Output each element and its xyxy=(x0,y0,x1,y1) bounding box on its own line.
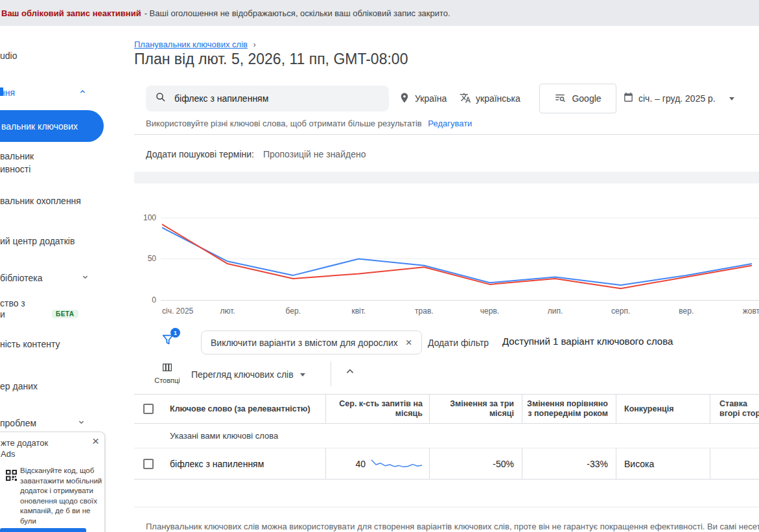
qr-code-icon xyxy=(6,470,17,483)
header-cell-top-of-page-bid[interactable]: Ставка вгорі стор xyxy=(710,395,759,423)
language-selector[interactable]: українська xyxy=(460,86,520,111)
top-of-page-bid-cell xyxy=(710,448,759,479)
breadcrumb-link-keyword-planner[interactable]: Планувальник ключових слів xyxy=(134,40,248,49)
keyword-search-input[interactable] xyxy=(174,93,380,104)
promo-title-line2: Ads xyxy=(1,448,48,459)
chevron-down-icon xyxy=(729,97,734,100)
x-axis-label: лип. xyxy=(530,306,581,316)
filter-chip-label: Виключити варіанти з вмістом для доросли… xyxy=(211,338,398,348)
sidebar-item-keyword-planner-selected[interactable]: вальник ключових xyxy=(0,110,104,142)
sidebar-item-troubleshooting[interactable]: проблем xyxy=(0,417,36,430)
sidebar-item-reach-planner[interactable]: вальник охоплення xyxy=(0,194,81,207)
keywords-table: Ключове слово (за релевантністю) Сер. к-… xyxy=(134,394,759,480)
sidebar-item-studio[interactable]: udio xyxy=(0,49,17,62)
x-axis-label: квіт. xyxy=(333,306,384,316)
columns-icon xyxy=(161,362,173,373)
network-selector[interactable]: Google xyxy=(539,84,616,113)
select-all-checkbox[interactable] xyxy=(143,404,154,414)
y-axis-label: 50 xyxy=(134,254,156,263)
search-hint: Використовуйте різні ключові слова, щоб … xyxy=(146,119,472,128)
date-range-selector[interactable]: січ. – груд. 2025 р. xyxy=(623,86,734,111)
location-selector[interactable]: Україна xyxy=(399,86,447,111)
search-icon xyxy=(155,91,167,106)
network-value: Google xyxy=(572,93,601,104)
close-icon[interactable]: × xyxy=(92,435,99,448)
columns-label: Стовпці xyxy=(151,376,183,384)
sidebar-item-data-manager[interactable]: ер даних xyxy=(0,380,38,393)
add-search-terms-row: Додати пошукові терміни: Пропозицій не з… xyxy=(146,149,366,159)
keyword-view-selector[interactable]: Перегляд ключових слів xyxy=(191,367,305,382)
x-axis-labels: січ. 2025лют.бер.квіт.трав.черв.лип.серп… xyxy=(161,306,759,317)
filter-chip-exclude-adult[interactable]: Виключити варіанти з вмістом для доросли… xyxy=(201,330,422,354)
table-row: біфлекс з напиленням 40 -50% -33% Висока xyxy=(134,448,759,480)
header-cell-competition[interactable]: Конкуренція xyxy=(616,395,710,423)
sidebar-section-planning[interactable]: ння xyxy=(0,86,15,99)
translate-icon xyxy=(460,92,471,106)
sidebar-item-label: и xyxy=(0,309,25,320)
avg-monthly-value: 40 xyxy=(355,459,366,469)
divider xyxy=(134,134,759,135)
view-selector-label: Перегляд ключових слів xyxy=(191,369,294,380)
row-cell-select xyxy=(134,448,162,479)
x-axis-label: бер. xyxy=(267,306,319,316)
promo-action-button[interactable] xyxy=(0,528,86,532)
y-axis-label: 100 xyxy=(134,213,156,222)
x-axis-label: серп. xyxy=(595,306,647,316)
sidebar-item-app-center[interactable]: ий центр додатків xyxy=(0,235,75,248)
sidebar-item-label: вальник xyxy=(0,150,34,163)
header-cell-avg-monthly-searches[interactable]: Сер. к-сть запитів на місяць xyxy=(325,395,429,423)
x-axis-label: вер. xyxy=(660,306,712,316)
sidebar-item-label: ство з xyxy=(0,298,25,309)
sidebar-item-performance-planner[interactable]: вальник ивності xyxy=(0,150,34,176)
location-value: Україна xyxy=(415,93,447,104)
sidebar-item-content-suitability[interactable]: ність контенту xyxy=(0,338,60,351)
add-terms-label: Додати пошукові терміни: xyxy=(146,149,254,159)
close-icon[interactable]: × xyxy=(406,337,412,348)
sidebar-item-partnership[interactable]: ство з и xyxy=(0,298,25,320)
y-axis-label: 0 xyxy=(134,295,156,305)
beta-badge: БЕТА xyxy=(52,310,78,318)
search-volume-chart: 100 50 0 січ. 2025лют.бер.квіт.трав.черв… xyxy=(134,183,759,322)
left-navigation: udio ння вальник ключових вальник ивност… xyxy=(0,26,121,532)
promo-title: жте додаток Ads xyxy=(1,437,48,459)
search-network-icon xyxy=(554,92,566,106)
row-checkbox[interactable] xyxy=(143,459,154,469)
competition-cell: Висока xyxy=(616,448,710,479)
keyword-cell: біфлекс з напиленням xyxy=(162,448,325,479)
header-cell-three-month-change[interactable]: Змінення за три місяці xyxy=(429,395,522,423)
yoy-change-cell: -33% xyxy=(522,448,616,479)
sidebar-item-shared-library[interactable]: бібліотека xyxy=(0,272,43,284)
section-separator xyxy=(134,172,759,183)
edit-link[interactable]: Редагувати xyxy=(428,119,472,128)
breadcrumb: Планувальник ключових слів › xyxy=(134,40,256,49)
disclaimer-text: Планувальник ключових слів можна викорис… xyxy=(146,522,759,531)
location-pin-icon xyxy=(399,92,410,106)
chevron-down-icon xyxy=(300,373,305,376)
date-range-value: січ. – груд. 2025 р. xyxy=(638,93,716,104)
sparkline-chart xyxy=(371,456,423,472)
x-axis-label: жовт. xyxy=(726,306,759,316)
header-cell-keyword[interactable]: Ключове слово (за релевантністю) xyxy=(162,395,325,423)
x-axis-label: лют. xyxy=(202,306,253,316)
divider xyxy=(134,507,759,507)
filter-count-badge: 1 xyxy=(170,328,180,338)
no-suggestions-text: Пропозицій не знайдено xyxy=(263,149,366,159)
header-bid-line2: вгорі стор xyxy=(719,409,759,419)
collapse-chart-button[interactable] xyxy=(343,364,360,381)
keyword-search-box xyxy=(146,86,389,111)
three-month-change-cell: -50% xyxy=(429,448,522,479)
header-bid-line1: Ставка xyxy=(719,399,747,409)
banner-status-text: Ваш обліковий запис неактивний xyxy=(1,8,141,18)
add-filter-button[interactable]: Додати фільтр xyxy=(428,338,489,348)
header-cell-yoy-change[interactable]: Змінення порівняно з попереднім роком xyxy=(522,395,616,423)
chevron-down-icon[interactable] xyxy=(80,272,90,282)
columns-button[interactable]: Стовпці xyxy=(151,362,183,384)
mobile-app-promo-card: жте додаток Ads × Відскануйте код, щоб з… xyxy=(0,432,105,532)
results-summary: Доступний 1 варіант ключового слова xyxy=(502,336,673,347)
chevron-down-icon[interactable] xyxy=(76,417,86,427)
chevron-up-icon[interactable] xyxy=(78,87,88,97)
language-value: українська xyxy=(476,93,520,104)
table-section-row: Указані вами ключові слова xyxy=(134,424,759,448)
header-cell-select xyxy=(134,395,162,423)
divider xyxy=(331,362,331,386)
